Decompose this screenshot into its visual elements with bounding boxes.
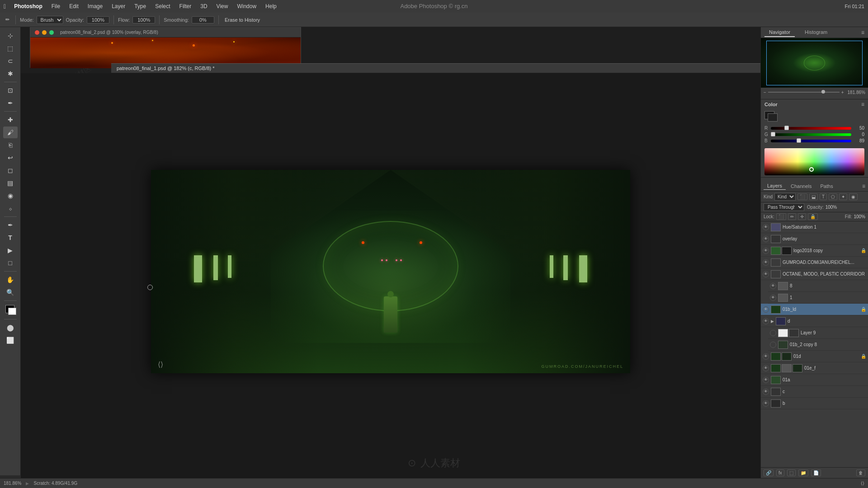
layer-visibility-toggle[interactable]: 👁 [763,248,769,254]
layer-visibility-toggle[interactable] [770,330,776,336]
add-style-button[interactable]: fx [776,469,784,476]
layer-visibility-toggle[interactable]: 👁 [763,353,769,360]
group-expand-icon[interactable]: ▶ [771,319,774,324]
layer-item[interactable]: 👁 01a [761,374,868,386]
menu-edit[interactable]: Edit [66,2,82,10]
layer-visibility-toggle[interactable]: 👁 [763,271,769,277]
layer-filter-toggle[interactable]: ◉ [849,193,858,200]
layer-item[interactable]: 👁 Hue/Saturation 1 [761,221,868,233]
window-close-dot[interactable] [35,30,39,35]
clone-stamp-tool[interactable]: ⎗ [3,139,18,151]
opacity-value[interactable]: 100% [826,205,837,210]
menu-view[interactable]: View [213,2,232,10]
layer-item[interactable]: 👁 OCTANE, MODO, PLASTIC CORRIDOR [761,268,868,280]
window-minimize-dot[interactable] [42,30,47,35]
layer-filter-pixel[interactable]: ⬛ [797,193,807,200]
history-brush-tool[interactable]: ↩ [3,152,18,164]
blue-value[interactable]: 89 [853,138,864,143]
layer-item-active[interactable]: 👁 01b_ld 🔒 [761,304,868,315]
lock-transparent-button[interactable]: ⬛ [776,213,786,220]
zoom-tool[interactable]: 🔍 [3,286,18,298]
blend-mode-dropdown[interactable]: Pass Through [764,203,804,211]
layer-kind-dropdown[interactable]: Kind [774,193,796,201]
red-track[interactable] [771,127,851,130]
menu-filter[interactable]: Filter [176,2,195,10]
zoom-slider[interactable] [768,92,840,93]
menu-type[interactable]: Type [131,2,150,10]
layer-item[interactable]: 01b_2 copy 8 [768,339,868,351]
lock-position-button[interactable]: ✛ [798,213,806,220]
window-maximize-dot[interactable] [49,30,54,35]
layer-visibility-toggle[interactable]: 👁 [763,318,769,324]
blue-thumb[interactable] [797,138,801,143]
selection-tool[interactable]: ⬚ [3,42,18,54]
quick-mask-tool[interactable]: ⬤ [3,322,18,333]
canvas-wrapper[interactable]: GUMROAD.COM/JANUREICHEL ⟨⟩ [21,73,760,478]
tab-navigator[interactable]: Navigator [764,28,795,37]
green-thumb[interactable] [771,132,775,136]
layer-visibility-toggle[interactable]: 👁 [763,365,769,371]
layer-item[interactable]: 👁 overlay [761,233,868,245]
layer-item[interactable]: 👁 GUMROAD.COM/JANUREICHEL... [761,257,868,268]
path-selection-tool[interactable]: ▶ [3,244,18,256]
layer-visibility-toggle[interactable]: 👁 [770,283,776,289]
menu-file[interactable]: File [48,2,64,10]
layer-visibility-toggle[interactable] [770,342,776,348]
tab-layers[interactable]: Layers [764,182,786,190]
layer-item-group[interactable]: 👁 ▶ d [761,315,868,327]
menu-image[interactable]: Image [84,2,106,10]
background-color[interactable] [768,113,778,122]
mode-dropdown[interactable]: Brush [37,16,63,24]
layer-visibility-toggle[interactable]: 👁 [763,377,769,383]
screen-mode-tool[interactable]: ⬜ [3,334,18,346]
layer-item[interactable]: 👁 01e_f [761,362,868,374]
layer-item[interactable]: 👁 8 [768,280,868,292]
layer-filter-smart[interactable]: ✦ [839,193,847,200]
menu-window[interactable]: Window [233,2,260,10]
document-tab-2[interactable]: patreon08_final_2.psd @ 100% (overlay, R… [30,28,301,38]
brush-tool-button[interactable]: ✏ [4,16,11,23]
zoom-level[interactable]: 181.86% [4,481,21,486]
layer-visibility-toggle[interactable]: 👁 [763,306,769,313]
link-layers-button[interactable]: 🔗 [764,469,774,476]
zoom-minus-icon[interactable]: − [764,90,766,95]
red-value[interactable]: 50 [853,126,864,131]
move-tool[interactable]: ⊹ [3,30,18,42]
gradient-tool[interactable]: ▤ [3,177,18,189]
layer-visibility-toggle[interactable]: 👁 [763,400,769,407]
blue-track[interactable] [771,140,851,142]
shape-tool[interactable]: □ [3,257,18,269]
zoom-plus-icon[interactable]: + [841,90,844,95]
add-mask-button[interactable]: ⬚ [787,469,796,476]
layer-visibility-toggle[interactable]: 👁 [770,295,776,301]
status-arrow[interactable]: ▶ [26,481,29,486]
layer-filter-shape[interactable]: ⬠ [829,193,837,200]
lock-all-button[interactable]: 🔒 [808,213,818,220]
lock-pixels-button[interactable]: ✏ [788,213,796,220]
eraser-tool[interactable]: ◻ [3,164,18,176]
layer-filter-adjustment[interactable]: ⬓ [809,193,818,200]
red-thumb[interactable] [784,126,789,130]
tab-histogram[interactable]: Histogram [800,28,832,37]
blur-tool[interactable]: ◉ [3,190,18,202]
tab-paths[interactable]: Paths [817,183,837,190]
flow-value[interactable]: 100% [132,16,155,23]
menu-select[interactable]: Select [151,2,174,10]
eyedropper-tool[interactable]: ✒ [3,97,18,109]
brush-tool[interactable]: 🖌 [3,127,18,138]
text-tool[interactable]: T [3,232,18,244]
menu-layer[interactable]: Layer [108,2,129,10]
new-group-button[interactable]: 📁 [798,469,808,476]
new-layer-button[interactable]: 📄 [811,469,821,476]
hand-tool[interactable]: ✋ [3,274,18,286]
layer-item[interactable]: 👁 1 [768,292,868,304]
green-value[interactable]: 0 [853,132,864,137]
layer-visibility-toggle[interactable]: 👁 [763,224,769,230]
menu-3d[interactable]: 3D [197,2,211,10]
color-swatch[interactable] [4,305,17,317]
layer-visibility-toggle[interactable]: 👁 [763,236,769,242]
navigator-selection-box[interactable] [766,41,863,85]
erase-history-button[interactable]: Erase to History [223,16,262,23]
magic-wand-tool[interactable]: ✱ [3,68,18,80]
fill-value[interactable]: 100% [854,214,865,219]
